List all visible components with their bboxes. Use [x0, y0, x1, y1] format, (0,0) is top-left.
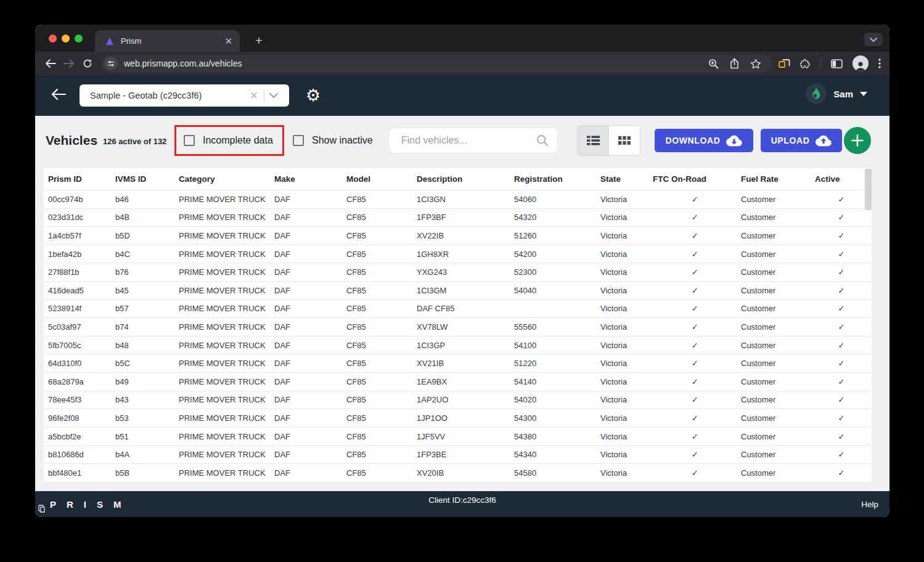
column-header: Make — [274, 174, 346, 184]
search-input[interactable] — [401, 135, 536, 146]
cell-state: Victoria — [600, 286, 653, 295]
side-panel-icon[interactable] — [831, 59, 843, 68]
cell-description: 1JP1OO — [417, 413, 514, 423]
cell-fuel-rate: Customer — [741, 322, 815, 332]
cell-ftc-on-road: ✓ — [653, 267, 741, 277]
cell-make: DAF — [274, 450, 346, 459]
table-row[interactable]: 5238914fb57PRIME MOVER TRUCKDAFCF85DAF C… — [44, 300, 872, 319]
clear-selection-icon[interactable]: ✕ — [244, 89, 264, 102]
table-row[interactable]: a5bcbf2eb51PRIME MOVER TRUCKDAFCF851JF5V… — [44, 428, 872, 446]
show-inactive-checkbox-group[interactable]: Show inactive — [293, 135, 373, 146]
grid-view-button[interactable] — [609, 126, 640, 155]
table-row[interactable]: 68a2879ab49PRIME MOVER TRUCKDAFCF851EA9B… — [44, 373, 872, 391]
cell-prism-id: 416dead5 — [48, 286, 115, 295]
app-back-icon[interactable] — [51, 88, 66, 100]
table-row[interactable]: 1a4cb57fb5DPRIME MOVER TRUCKDAFCF85XV22I… — [44, 227, 872, 245]
new-tab-button[interactable]: + — [250, 32, 268, 49]
table-row[interactable]: 5c03af97b74PRIME MOVER TRUCKDAFCF85XV78L… — [44, 318, 872, 336]
selector-chevron-down-icon[interactable] — [264, 93, 283, 98]
fullscreen-window-button[interactable] — [75, 35, 83, 43]
cell-ivms-id: b43 — [115, 395, 179, 404]
copy-icon[interactable] — [38, 505, 45, 513]
help-link[interactable]: Help — [861, 500, 878, 509]
table-row[interactable]: b810686db4APRIME MOVER TRUCKDAFCF851FP3B… — [44, 446, 872, 464]
tab-search-chevron-icon[interactable] — [864, 33, 883, 46]
cell-make: DAF — [274, 395, 346, 404]
minimize-window-button[interactable] — [62, 35, 70, 43]
site-info-icon[interactable] — [104, 57, 118, 70]
cell-fuel-rate: Customer — [741, 395, 815, 404]
cell-state: Victoria — [600, 267, 653, 277]
table-row[interactable]: 5fb7005cb48PRIME MOVER TRUCKDAFCF851CI3G… — [44, 336, 872, 355]
address-bar[interactable]: web.prismapp.com.au/vehicles — [102, 55, 772, 73]
cell-category: PRIME MOVER TRUCK — [179, 395, 274, 404]
zoom-icon[interactable] — [708, 59, 719, 69]
cell-registration: 54040 — [514, 286, 600, 295]
cell-prism-id: 5fb7005c — [48, 341, 115, 350]
table-row[interactable]: 023d31dcb4BPRIME MOVER TRUCKDAFCF851FP3B… — [44, 209, 872, 227]
browser-tab[interactable]: Prism ✕ — [95, 30, 240, 52]
tab-close-icon[interactable]: ✕ — [224, 36, 232, 46]
cell-ftc-on-road: ✓ — [653, 231, 741, 240]
active-count: 126 active of 132 — [103, 137, 166, 146]
table-row[interactable]: bbf480e1b5BPRIME MOVER TRUCKDAFCF85XV20I… — [44, 464, 872, 483]
table-scrollbar[interactable] — [865, 169, 872, 210]
toolbar-divider — [820, 58, 821, 69]
table-row[interactable]: 27f88f1bb76PRIME MOVER TRUCKDAFCF85YXG24… — [44, 263, 872, 282]
list-view-button[interactable] — [578, 126, 609, 155]
user-menu[interactable]: Sam — [806, 83, 867, 104]
cell-active: ✓ — [815, 286, 872, 295]
show-inactive-checkbox[interactable] — [293, 135, 304, 146]
cell-ivms-id: b46 — [115, 195, 179, 204]
upload-button[interactable]: UPLOAD — [761, 129, 842, 152]
table-row[interactable]: 416dead5b45PRIME MOVER TRUCKDAFCF851CI3G… — [44, 282, 872, 300]
cell-prism-id: b810686d — [48, 450, 115, 459]
cell-ftc-on-road: ✓ — [653, 250, 741, 259]
vehicle-search — [389, 128, 557, 153]
cell-registration: 54580 — [514, 468, 600, 478]
close-window-button[interactable] — [49, 35, 57, 43]
table-row[interactable]: 96fe2f08b53PRIME MOVER TRUCKDAFCF851JP1O… — [44, 409, 872, 428]
incomplete-data-checkbox[interactable] — [184, 135, 195, 146]
extensions-puzzle-icon[interactable] — [800, 59, 811, 69]
reload-icon[interactable] — [78, 54, 97, 73]
table-row[interactable]: 00cc974bb46PRIME MOVER TRUCKDAFCF851CI3G… — [44, 190, 872, 209]
incomplete-data-checkbox-group[interactable]: Incomplete data — [184, 135, 273, 146]
table-body: 00cc974bb46PRIME MOVER TRUCKDAFCF851CI3G… — [44, 190, 872, 483]
cell-make: DAF — [274, 432, 346, 441]
cell-description: DAF CF85 — [417, 304, 514, 313]
table-row[interactable]: 78ee45f3b43PRIME MOVER TRUCKDAFCF851AP2U… — [44, 391, 872, 410]
share-icon[interactable] — [730, 58, 739, 69]
cell-description: XV78LW — [417, 322, 514, 332]
cell-state: Victoria — [600, 468, 653, 478]
cell-state: Victoria — [600, 395, 653, 404]
cell-make: DAF — [274, 231, 346, 240]
download-button[interactable]: DOWNLOAD — [655, 129, 753, 152]
cell-description: 1EA9BX — [417, 377, 514, 386]
column-header: Fuel Rate — [741, 174, 815, 184]
back-icon[interactable] — [41, 54, 60, 73]
cell-make: DAF — [274, 341, 346, 350]
forward-icon[interactable] — [60, 54, 78, 73]
cell-ftc-on-road: ✓ — [653, 286, 741, 295]
cell-ivms-id: b48 — [115, 341, 179, 350]
table-row[interactable]: 1befa42bb4CPRIME MOVER TRUCKDAFCF851GH8X… — [44, 245, 872, 264]
cell-ivms-id: b57 — [115, 304, 179, 313]
incomplete-data-label: Incomplete data — [203, 135, 273, 146]
table-row[interactable]: 64d310f0b5CPRIME MOVER TRUCKDAFCF85XV21I… — [44, 354, 872, 373]
client-selector-value: Sample - Geotab (c29cc3f6) — [90, 91, 244, 100]
cell-registration: 51260 — [514, 231, 600, 240]
tab-capture-icon[interactable] — [779, 59, 790, 69]
bookmark-star-icon[interactable] — [750, 59, 761, 69]
client-selector[interactable]: Sample - Geotab (c29cc3f6) ✕ — [80, 84, 289, 107]
cell-prism-id: 1befa42b — [48, 250, 115, 259]
browser-menu-kebab-icon[interactable] — [878, 59, 881, 68]
settings-gear-icon[interactable]: ⚙ — [300, 83, 326, 108]
cell-prism-id: 00cc974b — [48, 195, 115, 204]
add-vehicle-button[interactable] — [844, 127, 871, 154]
cell-category: PRIME MOVER TRUCK — [179, 250, 274, 259]
cell-registration: 54060 — [514, 195, 600, 204]
cell-registration: 54020 — [514, 395, 600, 404]
cell-category: PRIME MOVER TRUCK — [179, 377, 274, 386]
profile-avatar-icon[interactable] — [852, 55, 869, 71]
